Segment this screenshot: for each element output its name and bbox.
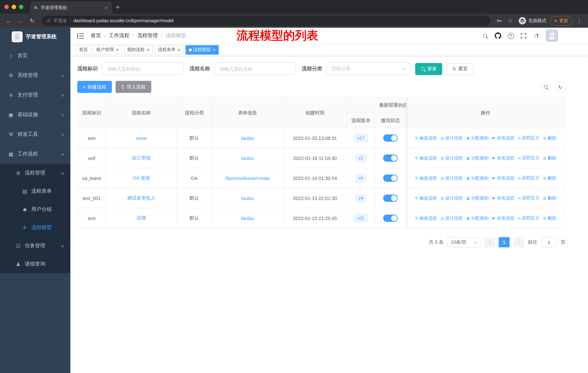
row-action-delete[interactable]: ⊘删除: [543, 215, 556, 222]
row-action-publish[interactable]: ☛发布流程: [492, 215, 514, 222]
font-size-icon[interactable]: ↕T: [533, 32, 539, 39]
forward-icon[interactable]: →: [15, 16, 26, 26]
sidebar-item[interactable]: ▦ 工作流程 ∧: [0, 144, 70, 164]
breadcrumb-item[interactable]: 流程管理: [137, 32, 158, 39]
form-info-link[interactable]: biubiu: [241, 195, 254, 201]
back-icon[interactable]: ←: [4, 16, 14, 26]
sidebar-item[interactable]: ⌂ 首页: [0, 46, 70, 66]
row-action-delete[interactable]: ⊘删除: [543, 135, 556, 141]
security-label[interactable]: 不安全: [53, 18, 67, 24]
close-window-button[interactable]: [4, 5, 9, 9]
row-action-assign[interactable]: ♟分配规则: [466, 135, 488, 141]
process-name-link[interactable]: 滔博: [136, 215, 146, 221]
tag-item[interactable]: 流程表单 ×: [155, 45, 184, 54]
row-action-edit[interactable]: ✎修改流程: [415, 155, 437, 161]
user-avatar[interactable]: [546, 30, 558, 42]
sidebar-item[interactable]: ☑ 任务管理 ∨: [0, 237, 70, 255]
sidebar-item[interactable]: ⚒ 研发工具 ∨: [0, 125, 70, 144]
row-action-definition[interactable]: ∞流程定义: [518, 135, 539, 141]
row-action-definition[interactable]: ∞流程定义: [518, 155, 539, 161]
create-process-button[interactable]: + 新建流程: [77, 81, 112, 93]
sidebar-item[interactable]: ♟ 请假查询: [0, 255, 70, 273]
row-action-definition[interactable]: ∞流程定义: [518, 195, 539, 201]
collapse-sidebar-icon[interactable]: [75, 30, 86, 41]
fullscreen-icon[interactable]: [520, 32, 527, 39]
minimize-window-button[interactable]: [12, 5, 16, 9]
row-action-publish[interactable]: ☛发布流程: [492, 155, 514, 161]
row-action-design[interactable]: ◎设计流程: [441, 215, 462, 222]
process-name-input[interactable]: [214, 63, 296, 75]
sidebar-item[interactable]: ≣ 流程管理 ∧: [0, 164, 70, 182]
tag-item[interactable]: 首页: [76, 45, 91, 54]
import-process-button[interactable]: ↥ 导入流程: [115, 81, 151, 93]
sidebar-item[interactable]: ⚙ 系统管理 ∨: [0, 66, 70, 85]
tag-item[interactable]: 流程模型 ×: [186, 45, 219, 54]
row-action-design[interactable]: ◎设计流程: [441, 155, 462, 161]
row-action-delete[interactable]: ⊘删除: [543, 155, 556, 161]
process-name-link[interactable]: OA 请假: [133, 175, 150, 181]
close-icon[interactable]: ×: [213, 47, 216, 52]
row-action-design[interactable]: ◎设计流程: [441, 135, 462, 141]
help-icon[interactable]: ?: [507, 32, 514, 39]
form-info-link[interactable]: /bpm/oa/leave/create: [225, 175, 270, 181]
page-size-select[interactable]: 10条/页 10条/页 ∨: [447, 237, 481, 247]
sidebar-item[interactable]: ✈ 流程模型: [0, 219, 70, 237]
sidebar-item[interactable]: ▤ 流程表单: [0, 182, 70, 200]
process-key-input[interactable]: [102, 63, 184, 75]
sidebar-item[interactable]: ¥ 支付管理 ∨: [0, 85, 70, 105]
close-icon[interactable]: ×: [116, 47, 119, 52]
active-toggle[interactable]: [383, 194, 398, 202]
url-text[interactable]: dashboard.yudao.iocoder.cn/bpm/manager/m…: [74, 18, 174, 23]
row-action-publish[interactable]: ☛发布流程: [492, 175, 514, 181]
sidebar-item[interactable]: ▣ 基础设施 ∨: [0, 105, 70, 125]
reload-icon[interactable]: ↻: [27, 16, 37, 26]
tag-item[interactable]: 租户管理 ×: [93, 45, 122, 54]
search-icon[interactable]: [482, 32, 488, 39]
close-icon[interactable]: ×: [147, 47, 149, 52]
tab-close-icon[interactable]: ×: [104, 5, 109, 10]
category-select[interactable]: 流程分类 ∨: [327, 63, 410, 75]
bookmark-star-icon[interactable]: ☆: [506, 16, 515, 26]
row-action-design[interactable]: ◎设计流程: [441, 195, 462, 202]
row-action-assign[interactable]: ♟分配规则: [466, 195, 488, 202]
row-action-edit[interactable]: ✎修改流程: [415, 135, 437, 141]
row-action-edit[interactable]: ✎修改流程: [415, 195, 437, 202]
process-name-link[interactable]: 测试多审批人: [127, 195, 156, 201]
row-action-assign[interactable]: ♟分配规则: [466, 215, 488, 222]
tag-item[interactable]: 我的流程 ×: [124, 45, 153, 54]
row-action-assign[interactable]: ♟分配规则: [466, 155, 488, 161]
browser-tab[interactable]: ☘ 芋道管理系统 ×: [30, 1, 112, 14]
breadcrumb-item[interactable]: 首页: [91, 32, 101, 39]
refresh-table-icon[interactable]: ↻: [555, 82, 565, 92]
row-action-delete[interactable]: ⊘删除: [543, 195, 556, 202]
next-page-button[interactable]: ›: [513, 237, 524, 247]
github-icon[interactable]: [495, 32, 501, 39]
goto-page-input[interactable]: [542, 237, 556, 247]
form-info-link[interactable]: biubiu: [241, 155, 254, 161]
sidebar-item[interactable]: ☻ 用户分组: [0, 200, 70, 219]
row-action-assign[interactable]: ♟分配规则: [466, 175, 488, 181]
row-action-delete[interactable]: ⊘删除: [543, 175, 556, 181]
address-bar[interactable]: ⚠ 不安全 dashboard.yudao.iocoder.cn/bpm/man…: [42, 16, 490, 26]
form-info-link[interactable]: biubiu: [241, 215, 254, 221]
row-action-publish[interactable]: ☛发布流程: [492, 195, 514, 202]
process-name-link[interactable]: eeee: [136, 135, 147, 141]
prev-page-button[interactable]: ‹: [484, 237, 495, 247]
search-button[interactable]: 搜索: [415, 63, 442, 75]
row-action-design[interactable]: ◎设计流程: [441, 175, 462, 181]
zoom-window-button[interactable]: [19, 5, 23, 9]
form-info-link[interactable]: biubiu: [241, 135, 254, 141]
active-toggle[interactable]: [383, 134, 398, 142]
active-toggle[interactable]: [383, 214, 398, 222]
row-action-definition[interactable]: ∞流程定义: [518, 175, 539, 181]
row-action-edit[interactable]: ✎修改流程: [415, 215, 437, 222]
process-name-link[interactable]: 自己审批: [132, 155, 151, 161]
breadcrumb-item[interactable]: 工作流程: [109, 32, 129, 39]
row-action-edit[interactable]: ✎修改流程: [415, 175, 437, 181]
reset-button[interactable]: ↻ 重置: [447, 63, 473, 75]
active-toggle[interactable]: [383, 174, 398, 182]
browser-menu-dots-icon[interactable]: ⋮: [574, 16, 584, 26]
sidebar-logo[interactable]: 芋道管理系统: [0, 28, 70, 46]
row-action-publish[interactable]: ☛发布流程: [492, 135, 514, 141]
update-button[interactable]: 更新: [550, 16, 573, 26]
